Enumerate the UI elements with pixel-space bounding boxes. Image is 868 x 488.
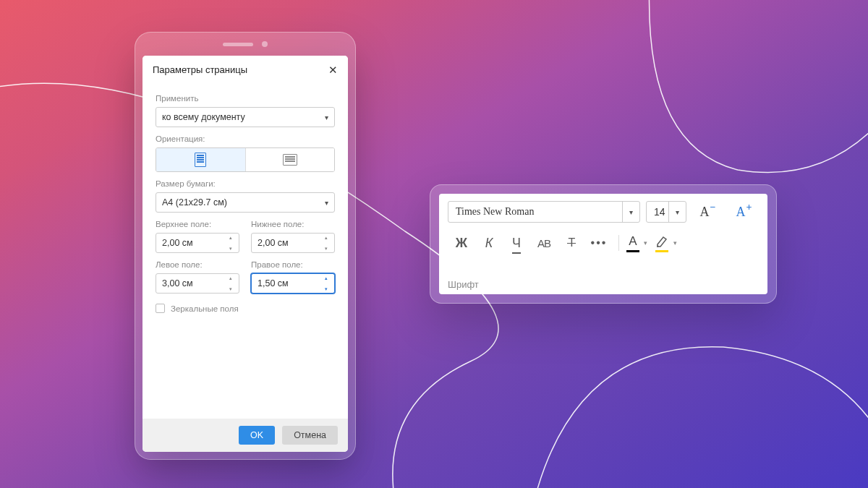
phone-notch	[135, 41, 355, 47]
chevron-down-icon[interactable]: ▾	[229, 286, 232, 291]
font-color-icon: А	[629, 234, 637, 249]
separator	[618, 235, 619, 251]
chevron-down-icon: ▾	[325, 114, 328, 121]
bottom-margin-input[interactable]: 2,00 см ▴▾	[251, 233, 335, 253]
landscape-icon	[283, 154, 297, 166]
bottom-margin-label: Нижнее поле:	[251, 220, 335, 228]
top-margin-label: Верхнее поле:	[156, 220, 239, 228]
ok-button[interactable]: OK	[239, 426, 275, 445]
font-family-select[interactable]: Times New Roman ▾	[448, 201, 640, 223]
font-panel-label: Шрифт	[448, 272, 759, 290]
font-size-value: 14	[647, 206, 668, 218]
phone-frame: Параметры страницы ✕ Применить ко всему …	[135, 32, 356, 460]
chevron-up-icon[interactable]: ▴	[229, 275, 232, 281]
paper-size-label: Размер бумаги:	[156, 179, 335, 188]
portrait-icon	[195, 153, 206, 167]
left-margin-input[interactable]: 3,00 см ▴▾	[156, 273, 239, 294]
font-color-swatch	[626, 250, 639, 252]
font-size-select[interactable]: 14 ▾	[646, 201, 686, 223]
font-panel-frame: Times New Roman ▾ 14 ▾ A− A+ Ж К Ч АВ Т …	[430, 184, 777, 304]
dialog-titlebar: Параметры страницы ✕	[142, 56, 348, 82]
font-family-value: Times New Roman	[448, 206, 622, 218]
apply-to-value: ко всему документу	[162, 112, 245, 122]
chevron-up-icon[interactable]: ▴	[325, 275, 328, 281]
paper-size-select[interactable]: A4 (21x29.7 см) ▾	[156, 192, 335, 213]
chevron-down-icon[interactable]: ▾	[325, 246, 328, 251]
chevron-down-icon[interactable]: ▾	[668, 202, 686, 222]
chevron-up-icon[interactable]: ▴	[229, 235, 232, 240]
paper-size-value: A4 (21x29.7 см)	[162, 197, 227, 207]
right-margin-input[interactable]: 1,50 см ▴▾	[251, 273, 335, 294]
chevron-down-icon[interactable]: ▾	[669, 239, 681, 247]
font-color-button[interactable]: А ▾	[626, 234, 652, 252]
font-panel: Times New Roman ▾ 14 ▾ A− A+ Ж К Ч АВ Т …	[439, 194, 767, 294]
chevron-up-icon[interactable]: ▴	[325, 235, 328, 240]
cancel-button[interactable]: Отмена	[282, 426, 338, 445]
dialog-title-text: Параметры страницы	[153, 64, 247, 75]
highlighter-icon	[655, 234, 669, 249]
left-margin-label: Левое поле:	[156, 260, 239, 269]
decrease-font-button[interactable]: A−	[692, 201, 723, 223]
top-margin-input[interactable]: 2,00 см ▴▾	[156, 233, 239, 253]
chevron-down-icon[interactable]: ▾	[639, 239, 652, 247]
orientation-portrait-button[interactable]	[156, 148, 245, 171]
chevron-down-icon[interactable]: ▾	[229, 246, 232, 251]
increase-font-button[interactable]: A+	[728, 201, 759, 223]
highlight-color-button[interactable]: ▾	[655, 234, 681, 252]
orientation-landscape-button[interactable]	[246, 148, 335, 171]
apply-to-label: Применить	[156, 94, 335, 103]
mirror-margins-checkbox[interactable]: Зеркальные поля	[156, 304, 335, 313]
italic-button[interactable]: К	[477, 233, 501, 253]
mirror-margins-label: Зеркальные поля	[171, 304, 239, 313]
orientation-label: Ориентация:	[156, 134, 335, 143]
apply-to-select[interactable]: ко всему документу ▾	[156, 107, 335, 127]
dialog-footer: OK Отмена	[142, 419, 348, 452]
underline-button[interactable]: Ч	[504, 233, 529, 253]
more-options-button[interactable]: •••	[587, 233, 611, 253]
right-margin-label: Правое поле:	[251, 260, 335, 269]
chevron-down-icon[interactable]: ▾	[622, 202, 639, 222]
strikethrough-button[interactable]: Т	[559, 233, 584, 253]
checkbox-icon	[156, 304, 165, 313]
close-icon[interactable]: ✕	[328, 65, 338, 75]
chevron-down-icon[interactable]: ▾	[325, 286, 328, 291]
small-caps-button[interactable]: АВ	[532, 233, 556, 253]
orientation-toggle	[156, 147, 335, 172]
page-setup-dialog: Параметры страницы ✕ Применить ко всему …	[142, 56, 348, 452]
chevron-down-icon: ▾	[325, 199, 328, 207]
bold-button[interactable]: Ж	[449, 233, 474, 253]
highlight-color-swatch	[655, 250, 668, 252]
